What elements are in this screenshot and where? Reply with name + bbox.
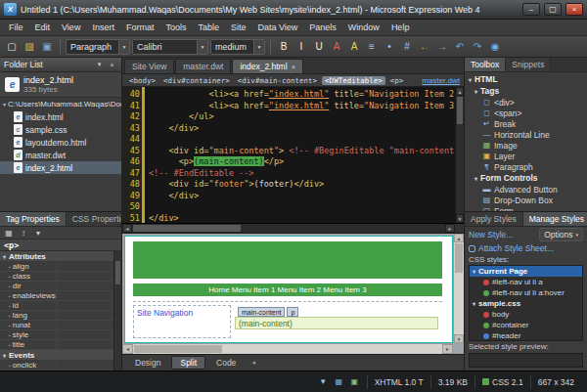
- toolbox-item-paragraph[interactable]: ¶Paragraph: [465, 161, 587, 172]
- tab-index-2-html[interactable]: index_2.html×: [232, 59, 303, 73]
- block-label-main-content[interactable]: main-content: [238, 307, 285, 317]
- code-vertical-scrollbar[interactable]: ▲ ▼: [455, 87, 464, 223]
- open-folder-icon[interactable]: ▨: [22, 39, 37, 55]
- tab-manage-styles[interactable]: Manage Styles: [523, 212, 587, 226]
- tab-tag-properties[interactable]: Tag Properties: [0, 212, 67, 226]
- property-row-align[interactable]: ▪align: [0, 262, 113, 272]
- align-left-icon[interactable]: ≡: [364, 39, 380, 55]
- toolbox-item-break[interactable]: ↵Break: [465, 118, 587, 129]
- dropdown-arrow-icon[interactable]: ▼: [253, 40, 264, 54]
- section-header-attributes[interactable]: ▾Attributes: [0, 251, 113, 262]
- code-line[interactable]: </div>: [149, 191, 455, 202]
- file-item-master-dwt[interactable]: dmaster.dwt: [0, 149, 121, 161]
- italic-icon[interactable]: I: [294, 39, 309, 55]
- menu-item-edit[interactable]: Edit: [29, 21, 57, 34]
- property-row-style[interactable]: ▪style: [0, 330, 113, 340]
- property-row-enableviewstate[interactable]: ▪enableviewstate: [0, 291, 113, 301]
- editable-region[interactable]: (main-content): [235, 317, 438, 329]
- code-lines[interactable]: <li><a href="index.html" title="Navigati…: [145, 87, 455, 223]
- alphabetical-sort-icon[interactable]: ↕: [18, 228, 29, 239]
- outdent-icon[interactable]: ←: [417, 39, 432, 55]
- highlight-icon[interactable]: A: [346, 39, 362, 55]
- status-css-2-1[interactable]: CSS 2.1: [474, 375, 530, 389]
- tag-properties-scrollbar[interactable]: [113, 251, 121, 370]
- code-horizontal-scrollbar[interactable]: ◄ ►: [122, 224, 464, 234]
- menu-item-view[interactable]: View: [56, 21, 86, 34]
- style-group-current-page[interactable]: ▾Current Page: [470, 266, 582, 277]
- visual-aids-icon[interactable]: ▦: [333, 375, 345, 388]
- font-family-combo[interactable]: Calibri▼: [132, 39, 208, 55]
- tab-scroll-icon[interactable]: ◄: [250, 360, 256, 366]
- new-document-icon[interactable]: ▢: [4, 39, 20, 55]
- scroll-right-icon[interactable]: ►: [442, 344, 453, 354]
- dropdown-arrow-icon[interactable]: ▼: [197, 40, 207, 54]
- view-tab-design[interactable]: Design: [126, 356, 169, 370]
- dropdown-arrow-icon[interactable]: ▼: [118, 40, 129, 54]
- property-row-id[interactable]: ▪id: [0, 301, 113, 311]
- tag-crumb-dwteditable[interactable]: <DWTeditable>: [322, 76, 385, 85]
- menu-item-file[interactable]: File: [3, 21, 29, 34]
- property-value[interactable]: [57, 262, 113, 271]
- menu-item-insert[interactable]: Insert: [86, 21, 120, 34]
- scrollbar-thumb[interactable]: [115, 261, 120, 284]
- toolbox-item-layer[interactable]: ▣Layer: [465, 151, 587, 161]
- design-site-navigation[interactable]: Site Navigation: [133, 305, 231, 338]
- property-row-class[interactable]: ▪class: [0, 272, 113, 282]
- new-style-link[interactable]: New Style...: [469, 230, 513, 240]
- bullets-icon[interactable]: •: [382, 39, 397, 55]
- toolbox-item-form[interactable]: ▢Form: [465, 205, 587, 211]
- panel-close-icon[interactable]: ×: [107, 60, 117, 70]
- code-line[interactable]: [149, 134, 455, 146]
- property-value[interactable]: [57, 301, 113, 310]
- tab-master-dwt[interactable]: master.dwt: [175, 59, 231, 73]
- tag-label-p[interactable]: p: [287, 307, 298, 317]
- design-header-block[interactable]: [133, 241, 442, 279]
- code-line[interactable]: <!-- #EndEditable -->: [149, 168, 455, 180]
- bold-icon[interactable]: B: [276, 39, 292, 55]
- options-button[interactable]: Options ▾: [539, 228, 583, 241]
- tag-crumb-div-main-content[interactable]: <div#main-content>: [235, 76, 320, 85]
- tag-crumb-div-container[interactable]: <div#container>: [160, 76, 233, 85]
- expand-arrow-icon[interactable]: ▾: [3, 101, 6, 108]
- underline-icon[interactable]: U: [311, 39, 327, 55]
- preview-icon[interactable]: ◉: [487, 39, 503, 55]
- view-tab-split[interactable]: Split: [171, 356, 205, 370]
- scrollbar-thumb[interactable]: [457, 97, 463, 124]
- redo-icon[interactable]: ↷: [470, 39, 485, 55]
- property-value[interactable]: [57, 330, 113, 339]
- master-dwt-link[interactable]: master.dwt: [422, 76, 460, 85]
- style-group-sample-css[interactable]: ▾sample.css: [470, 298, 582, 309]
- toolbox-item-advanced-button[interactable]: ▬Advanced Button: [465, 184, 587, 195]
- file-item-sample-css[interactable]: csample.css: [0, 123, 121, 136]
- menu-item-table[interactable]: Table: [192, 21, 225, 34]
- file-item-layoutdemo-html[interactable]: elayoutdemo.html: [0, 136, 121, 149]
- property-value[interactable]: [57, 340, 113, 349]
- file-item-index-2-html[interactable]: eindex_2.html: [0, 161, 121, 174]
- close-tab-icon[interactable]: ×: [292, 63, 296, 71]
- menu-item-site[interactable]: Site: [225, 21, 252, 34]
- menu-item-window[interactable]: Window: [342, 21, 385, 34]
- code-line[interactable]: <div id="main-content"> <!-- #BeginEdita…: [149, 146, 455, 157]
- design-vertical-scrollbar[interactable]: ▲ ▼: [453, 234, 464, 343]
- style-rule-body[interactable]: body: [470, 309, 582, 320]
- download-indicator-icon[interactable]: ▼: [317, 375, 330, 388]
- scroll-up-icon[interactable]: ▲: [454, 234, 464, 242]
- tab-apply-styles[interactable]: Apply Styles: [465, 212, 523, 226]
- status-xhtml-1-0-t[interactable]: XHTML 1.0 T: [367, 375, 430, 389]
- property-value[interactable]: [57, 272, 113, 281]
- toolbox-section-html[interactable]: ▾HTML: [465, 73, 587, 85]
- menu-item-data-view[interactable]: Data View: [251, 21, 303, 34]
- menu-item-help[interactable]: Help: [385, 21, 416, 34]
- file-item-index-html[interactable]: eindex.html: [0, 110, 121, 123]
- menu-item-tools[interactable]: Tools: [159, 21, 192, 34]
- minimize-button[interactable]: –: [522, 3, 540, 16]
- property-row-dir[interactable]: ▪dir: [0, 282, 113, 291]
- toolbox-section-form-controls[interactable]: ▾Form Controls: [465, 172, 587, 184]
- toolbox-item-div[interactable]: ◻<div>: [465, 97, 587, 108]
- maximize-button[interactable]: ▢: [544, 3, 562, 16]
- font-color-icon[interactable]: A: [329, 39, 344, 55]
- style-rule-left-nav-ul-li-a-hover[interactable]: #left-nav ul li a:hover: [470, 287, 582, 298]
- site-root-node[interactable]: ▾ C:\Users\Muhammad.Waqas\Documents\My W…: [0, 98, 121, 110]
- undo-icon[interactable]: ↶: [452, 39, 468, 55]
- scroll-up-icon[interactable]: ▲: [456, 87, 464, 96]
